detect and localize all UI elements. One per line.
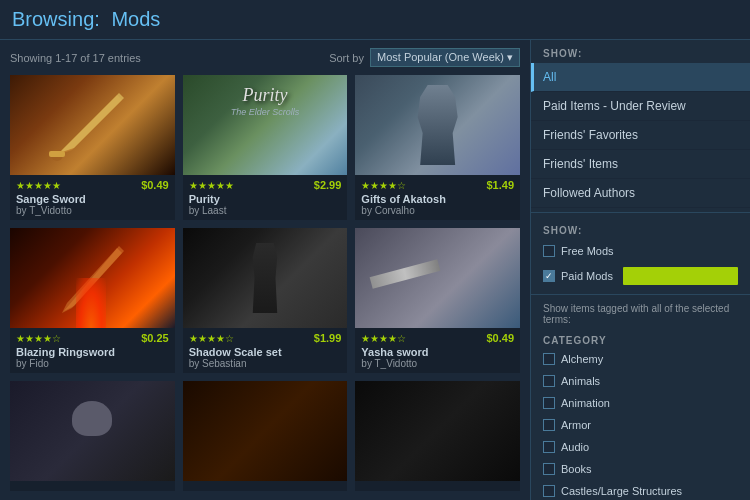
category-header: CATEGORY bbox=[531, 329, 750, 348]
item-name: Blazing Ringsword bbox=[16, 346, 169, 358]
item-price: $0.25 bbox=[141, 332, 169, 344]
filter-all[interactable]: All bbox=[531, 63, 750, 92]
category-alchemy[interactable]: Alchemy bbox=[531, 348, 750, 370]
content-area: Showing 1-17 of 17 entries Sort by Most … bbox=[0, 40, 530, 500]
category-armor[interactable]: Armor bbox=[531, 414, 750, 436]
item-name: Shadow Scale set bbox=[189, 346, 342, 358]
item-author: by T_Vidotto bbox=[361, 358, 514, 369]
item-stars: ★★★★★ bbox=[189, 180, 234, 191]
item-stars: ★★★★☆ bbox=[16, 333, 61, 344]
item-author: by Fido bbox=[16, 358, 169, 369]
item-stars: ★★★★★ bbox=[16, 180, 61, 191]
item-name: Gifts of Akatosh bbox=[361, 193, 514, 205]
filter-paid-under-review[interactable]: Paid Items - Under Review bbox=[531, 92, 750, 121]
item-author: by Laast bbox=[189, 205, 342, 216]
sort-label: Sort by bbox=[329, 52, 364, 64]
top-bar: Showing 1-17 of 17 entries Sort by Most … bbox=[10, 48, 520, 67]
sort-bar: Sort by Most Popular (One Week) ▾ bbox=[329, 48, 520, 67]
filter-followed-authors[interactable]: Followed Authors bbox=[531, 179, 750, 208]
item-thumbnail bbox=[183, 381, 348, 481]
item-card[interactable]: ★★★★☆ $0.49 Yasha sword by T_Vidotto bbox=[355, 228, 520, 373]
item-price: $0.49 bbox=[141, 179, 169, 191]
animation-checkbox[interactable] bbox=[543, 397, 555, 409]
item-author: by Sebastian bbox=[189, 358, 342, 369]
paid-mods-filter[interactable]: Paid Mods bbox=[531, 262, 750, 290]
item-thumbnail bbox=[355, 228, 520, 328]
item-thumbnail: Purity The Elder Scrolls bbox=[183, 75, 348, 175]
item-thumbnail bbox=[355, 381, 520, 481]
filter-friends-favorites[interactable]: Friends' Favorites bbox=[531, 121, 750, 150]
free-mods-checkbox[interactable] bbox=[543, 245, 555, 257]
item-card[interactable] bbox=[183, 381, 348, 491]
show-section-label2: SHOW: bbox=[531, 217, 750, 240]
item-info: ★★★★☆ $0.49 Yasha sword by T_Vidotto bbox=[355, 328, 520, 373]
item-card[interactable]: ★★★★☆ $1.99 Shadow Scale set by Sebastia… bbox=[183, 228, 348, 373]
books-checkbox[interactable] bbox=[543, 463, 555, 475]
page-title: Browsing: Mods bbox=[12, 8, 738, 31]
item-author: by Corvalho bbox=[361, 205, 514, 216]
animals-checkbox[interactable] bbox=[543, 375, 555, 387]
paid-mods-checkbox[interactable] bbox=[543, 270, 555, 282]
items-grid: ★★★★★ $0.49 Sange Sword by T_Vidotto Pur… bbox=[10, 75, 520, 491]
sort-value: Most Popular (One Week) ▾ bbox=[377, 51, 513, 64]
item-price: $2.99 bbox=[314, 179, 342, 191]
sidebar-divider2 bbox=[531, 294, 750, 295]
item-name: Purity bbox=[189, 193, 342, 205]
sidebar-divider bbox=[531, 212, 750, 213]
yasha-blade bbox=[370, 259, 441, 289]
paid-mods-bar-fill bbox=[623, 267, 738, 285]
item-info bbox=[10, 481, 175, 491]
item-card[interactable] bbox=[355, 381, 520, 491]
item-price: $1.49 bbox=[486, 179, 514, 191]
skull-shape bbox=[72, 401, 112, 436]
item-price: $0.49 bbox=[486, 332, 514, 344]
item-info: ★★★★★ $2.99 Purity by Laast bbox=[183, 175, 348, 220]
show-section-label: SHOW: bbox=[531, 40, 750, 63]
item-card[interactable] bbox=[10, 381, 175, 491]
browsing-label: Browsing: bbox=[12, 8, 100, 30]
item-stars: ★★★★☆ bbox=[189, 333, 234, 344]
sidebar-note: Show items tagged with all of the select… bbox=[531, 299, 750, 329]
item-card[interactable]: Purity The Elder Scrolls ★★★★★ $2.99 Pur… bbox=[183, 75, 348, 220]
item-info: ★★★★☆ $1.49 Gifts of Akatosh by Corvalho bbox=[355, 175, 520, 220]
sidebar: SHOW: All Paid Items - Under Review Frie… bbox=[530, 40, 750, 500]
category-animation[interactable]: Animation bbox=[531, 392, 750, 414]
free-mods-label: Free Mods bbox=[561, 245, 614, 257]
item-name: Yasha sword bbox=[361, 346, 514, 358]
category-books[interactable]: Books bbox=[531, 458, 750, 480]
category-label: Mods bbox=[111, 8, 160, 30]
page-header: Browsing: Mods bbox=[0, 0, 750, 40]
filter-friends-items[interactable]: Friends' Items bbox=[531, 150, 750, 179]
armor-checkbox[interactable] bbox=[543, 419, 555, 431]
svg-rect-3 bbox=[49, 151, 65, 157]
item-thumbnail bbox=[183, 228, 348, 328]
item-thumbnail bbox=[10, 381, 175, 481]
item-card[interactable]: ★★★★☆ $1.49 Gifts of Akatosh by Corvalho bbox=[355, 75, 520, 220]
sange-sword-art bbox=[37, 75, 147, 175]
item-stars: ★★★★☆ bbox=[361, 180, 406, 191]
item-thumbnail bbox=[10, 228, 175, 328]
item-price: $1.99 bbox=[314, 332, 342, 344]
item-stars: ★★★★☆ bbox=[361, 333, 406, 344]
item-thumbnail bbox=[355, 75, 520, 175]
item-info: ★★★★★ $0.49 Sange Sword by T_Vidotto bbox=[10, 175, 175, 220]
audio-checkbox[interactable] bbox=[543, 441, 555, 453]
free-mods-filter[interactable]: Free Mods bbox=[531, 240, 750, 262]
svg-marker-1 bbox=[59, 93, 124, 153]
castles-checkbox[interactable] bbox=[543, 485, 555, 497]
item-name: Sange Sword bbox=[16, 193, 169, 205]
category-castles[interactable]: Castles/Large Structures bbox=[531, 480, 750, 500]
item-thumbnail bbox=[10, 75, 175, 175]
alchemy-checkbox[interactable] bbox=[543, 353, 555, 365]
item-info: ★★★★☆ $0.25 Blazing Ringsword by Fido bbox=[10, 328, 175, 373]
category-audio[interactable]: Audio bbox=[531, 436, 750, 458]
shadow-figure bbox=[247, 243, 282, 313]
item-card[interactable]: ★★★★★ $0.49 Sange Sword by T_Vidotto bbox=[10, 75, 175, 220]
entries-count: Showing 1-17 of 17 entries bbox=[10, 52, 141, 64]
item-card[interactable]: ★★★★☆ $0.25 Blazing Ringsword by Fido bbox=[10, 228, 175, 373]
category-animals[interactable]: Animals bbox=[531, 370, 750, 392]
item-info: ★★★★☆ $1.99 Shadow Scale set by Sebastia… bbox=[183, 328, 348, 373]
character-silhouette bbox=[413, 85, 463, 165]
sort-dropdown[interactable]: Most Popular (One Week) ▾ bbox=[370, 48, 520, 67]
main-layout: Showing 1-17 of 17 entries Sort by Most … bbox=[0, 40, 750, 500]
